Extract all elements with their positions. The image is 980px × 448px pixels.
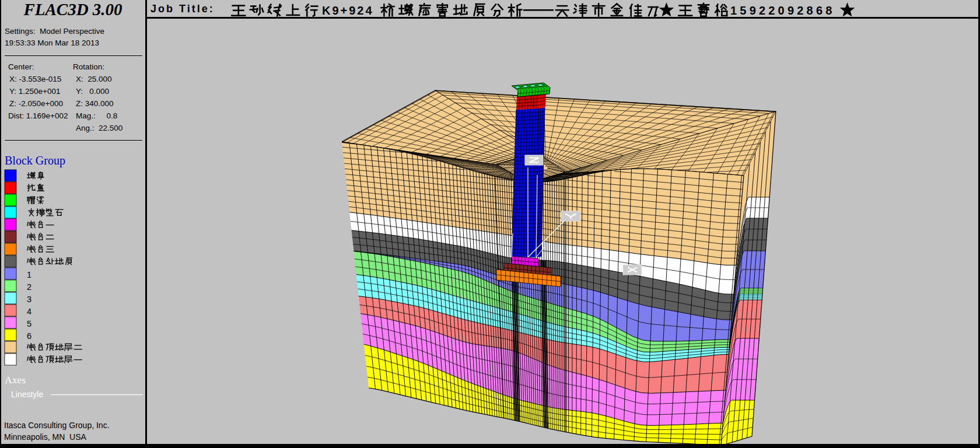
svg-text:5: 5 [27, 319, 32, 328]
svg-text:1: 1 [27, 270, 32, 279]
svg-text:6: 6 [27, 331, 32, 341]
svg-text:3: 3 [27, 295, 32, 304]
svg-text:2: 2 [27, 282, 32, 292]
svg-text:4: 4 [27, 307, 32, 316]
